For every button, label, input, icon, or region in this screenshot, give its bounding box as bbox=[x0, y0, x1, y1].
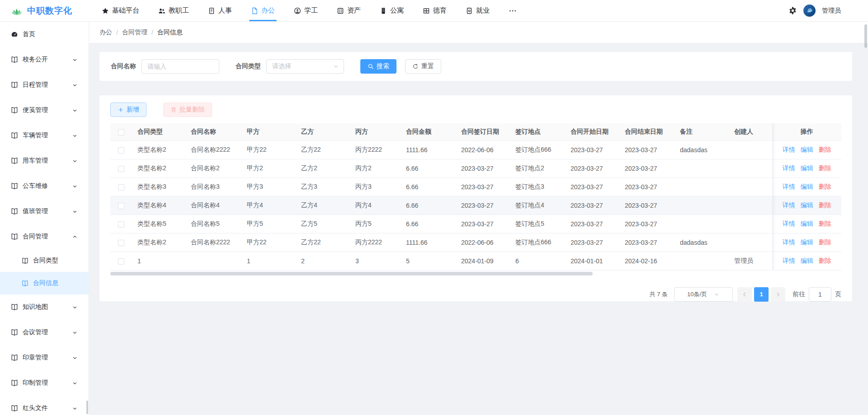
sidebar-item-schedule[interactable]: 日程管理 bbox=[0, 72, 89, 98]
goto-page-input[interactable] bbox=[809, 287, 831, 302]
sidebar-item-contract[interactable]: 合同管理 bbox=[0, 224, 89, 249]
row-checkbox[interactable] bbox=[118, 166, 124, 172]
breadcrumb-separator: / bbox=[116, 29, 118, 36]
table-cell: 乙方3 bbox=[296, 177, 350, 196]
row-checkbox[interactable] bbox=[118, 203, 124, 209]
next-page-button[interactable] bbox=[771, 287, 785, 302]
table-cell: 签订地点4 bbox=[510, 196, 565, 214]
table-cell: 2022-06-06 bbox=[456, 140, 510, 159]
delete-link[interactable]: 删除 bbox=[819, 146, 831, 153]
page-number-1[interactable]: 1 bbox=[754, 287, 769, 302]
nav-item-office[interactable]: 办公 bbox=[251, 0, 275, 21]
detail-link[interactable]: 详情 bbox=[783, 183, 795, 190]
sidebar-scrollbar-thumb[interactable] bbox=[86, 401, 88, 414]
nav-item-hr[interactable]: 人事 bbox=[208, 0, 232, 21]
sidebar-item-vehicle[interactable]: 车辆管理 bbox=[0, 123, 89, 148]
table-cell: 2023-03-27 bbox=[565, 214, 619, 233]
search-button[interactable]: 搜索 bbox=[360, 59, 396, 74]
nav-item-apartment[interactable]: 公寓 bbox=[380, 0, 404, 21]
gear-icon[interactable] bbox=[788, 6, 797, 15]
add-button[interactable]: 新增 bbox=[110, 103, 146, 117]
sidebar-item-meeting[interactable]: 会议管理 bbox=[0, 320, 89, 345]
sidebar-item-duty[interactable]: 值班管理 bbox=[0, 199, 89, 224]
sidebar-item-red-head-file[interactable]: 红头文件 bbox=[0, 396, 89, 415]
nav-item-moral-education[interactable]: 德育 bbox=[423, 0, 447, 21]
delete-link[interactable]: 删除 bbox=[819, 257, 831, 264]
sidebar-subitem-label: 合同信息 bbox=[33, 279, 89, 287]
nav-more-button[interactable] bbox=[509, 7, 517, 15]
nav-item-student-affairs[interactable]: 学工 bbox=[294, 0, 318, 21]
delete-link[interactable]: 删除 bbox=[819, 220, 831, 227]
row-checkbox[interactable] bbox=[118, 240, 124, 246]
horizontal-scrollbar-thumb[interactable] bbox=[110, 272, 593, 275]
book-icon bbox=[11, 81, 18, 89]
table-row: 类型名称4合同名称4甲方4乙方4丙方46.662023-03-27签订地点420… bbox=[110, 196, 841, 214]
edit-link[interactable]: 编辑 bbox=[801, 257, 813, 264]
table-cell: 6.66 bbox=[401, 214, 456, 233]
detail-link[interactable]: 详情 bbox=[783, 164, 795, 172]
nav-item-staff[interactable]: 教职工 bbox=[158, 0, 189, 21]
table-cell: 5 bbox=[401, 252, 456, 270]
delete-link[interactable]: 删除 bbox=[819, 238, 831, 246]
sidebar-item-label: 合同管理 bbox=[23, 233, 72, 241]
edit-link[interactable]: 编辑 bbox=[801, 238, 813, 246]
page-scrollbar-thumb[interactable] bbox=[864, 24, 867, 48]
chevron-down-icon bbox=[72, 406, 78, 411]
page-size-select[interactable]: 10条/页 bbox=[674, 287, 733, 302]
book-icon bbox=[11, 303, 18, 311]
filter-panel: 合同名称 合同类型 请选择 搜索 bbox=[99, 52, 852, 81]
delete-link[interactable]: 删除 bbox=[819, 164, 831, 172]
detail-link[interactable]: 详情 bbox=[783, 257, 795, 264]
row-checkbox[interactable] bbox=[118, 184, 124, 191]
chevron-down-icon bbox=[72, 107, 78, 113]
table-cell: dadasdas bbox=[675, 233, 729, 252]
sidebar-item-printing[interactable]: 印制管理 bbox=[0, 370, 89, 396]
table-cell: 合同名称3 bbox=[185, 177, 241, 196]
table-cell bbox=[729, 196, 772, 214]
detail-link[interactable]: 详情 bbox=[783, 220, 795, 227]
reset-button[interactable]: 重置 bbox=[405, 59, 441, 74]
edit-link[interactable]: 编辑 bbox=[801, 164, 813, 172]
edit-link[interactable]: 编辑 bbox=[801, 201, 813, 209]
delete-link[interactable]: 删除 bbox=[819, 183, 831, 190]
edit-link[interactable]: 编辑 bbox=[801, 146, 813, 153]
ellipsis-icon bbox=[509, 7, 517, 15]
nav-item-assets[interactable]: 资产 bbox=[337, 0, 361, 21]
batch-delete-label: 批量删除 bbox=[179, 106, 205, 114]
row-checkbox[interactable] bbox=[118, 221, 124, 228]
sidebar-item-school-affairs[interactable]: 校务公开 bbox=[0, 47, 89, 72]
edit-link[interactable]: 编辑 bbox=[801, 220, 813, 227]
contract-type-select[interactable]: 请选择 bbox=[266, 59, 344, 74]
sidebar-item-home[interactable]: 首页 bbox=[0, 22, 89, 47]
detail-link[interactable]: 详情 bbox=[783, 238, 795, 246]
row-checkbox[interactable] bbox=[118, 258, 124, 265]
delete-link[interactable]: 删除 bbox=[819, 201, 831, 209]
row-checkbox[interactable] bbox=[118, 147, 124, 154]
row-actions: 详情 编辑 删除 bbox=[772, 159, 841, 177]
breadcrumb-item-contract-mgmt[interactable]: 合同管理 bbox=[122, 28, 147, 37]
contract-name-input[interactable] bbox=[142, 59, 219, 74]
nav-item-base-platform[interactable]: 基础平台 bbox=[102, 0, 139, 21]
select-all-checkbox[interactable] bbox=[118, 129, 124, 135]
user-name[interactable]: 管理员 bbox=[822, 7, 841, 15]
avatar[interactable] bbox=[803, 5, 816, 17]
sidebar-item-bus-repair[interactable]: 公车维修 bbox=[0, 173, 89, 199]
detail-link[interactable]: 详情 bbox=[783, 201, 795, 209]
detail-link[interactable]: 详情 bbox=[783, 146, 795, 153]
edit-link[interactable]: 编辑 bbox=[801, 183, 813, 190]
sidebar-item-car-use[interactable]: 用车管理 bbox=[0, 148, 89, 173]
sidebar-item-contract-info[interactable]: 合同信息 bbox=[0, 272, 89, 294]
sidebar-item-knowledge-map[interactable]: 知识地图 bbox=[0, 294, 89, 320]
sidebar-item-seal[interactable]: 印章管理 bbox=[0, 345, 89, 370]
column-header: 合同结束日期 bbox=[619, 123, 675, 140]
nav-item-employment[interactable]: 就业 bbox=[466, 0, 490, 21]
horizontal-scrollbar bbox=[110, 272, 841, 275]
sidebar-item-contract-type[interactable]: 合同类型 bbox=[0, 249, 89, 272]
table-cell: 2023-03-27 bbox=[456, 177, 510, 196]
total-count: 共 7 条 bbox=[650, 290, 668, 298]
batch-delete-button[interactable]: 批量删除 bbox=[163, 103, 212, 117]
breadcrumb-item-office[interactable]: 办公 bbox=[99, 28, 112, 37]
table-cell bbox=[729, 159, 772, 177]
prev-page-button[interactable] bbox=[737, 287, 752, 302]
sidebar-item-memo[interactable]: 便笺管理 bbox=[0, 98, 89, 123]
